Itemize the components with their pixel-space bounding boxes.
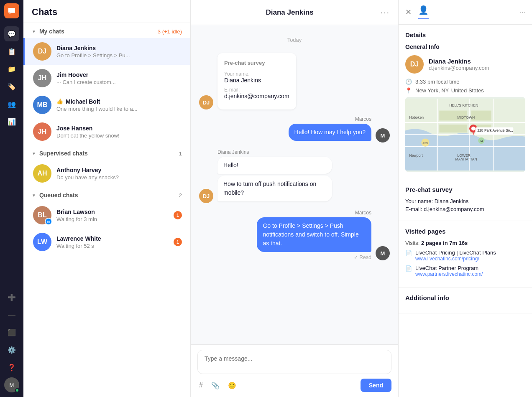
queued-chevron: ▼ [32, 193, 36, 198]
panel-close-button[interactable]: ✕ [405, 8, 412, 17]
svg-point-22 [471, 127, 476, 131]
svg-text:495: 495 [422, 141, 428, 145]
chat-item-brian[interactable]: BL m Brian Lawson Waiting for 3 min 1 [23, 202, 190, 229]
date-divider: Today [199, 37, 390, 43]
page-info-2: LiveChat Partner Program www.partners.li… [415, 265, 483, 277]
chat-more-button[interactable]: ··· [380, 8, 390, 17]
send-button[interactable]: Send [361, 379, 391, 392]
page-url-2[interactable]: www.partners.livechatinc.com/ [415, 271, 483, 277]
nav-tickets[interactable]: 🏷️ [4, 79, 19, 94]
sidebar-content: ▼ My chats 3 (+1 idle) DJ Diana Jenkins … [23, 23, 190, 397]
message-group-outgoing-1: Marcos Hello! How may I help you? [289, 116, 371, 143]
chat-info-diana: Diana Jenkins Go to Profile > Settings >… [56, 45, 182, 59]
online-status-dot [15, 388, 19, 392]
main-chat: Diana Jenkins ··· Today DJ Pre-chat surv… [191, 0, 398, 397]
message-row-incoming-1: DJ Diana Jenkins Hello! How to turn off … [199, 149, 390, 203]
chat-item-anthony[interactable]: AH Anthony Harvey Do you have any snacks… [23, 160, 190, 187]
chat-header: Diana Jenkins ··· [191, 0, 398, 25]
msg-avatar-marcos-1: M [376, 128, 390, 143]
panel-prechat-section: Pre-chat survey Your name: Diana Jenkins… [399, 179, 532, 221]
page-title-1: LiveChat Pricing | LiveChat Plans [415, 249, 496, 256]
right-panel: ✕ 👤 ··· Details General Info DJ Diana Je… [398, 0, 532, 397]
chat-preview-lawrence: Waiting for 52 s [56, 243, 174, 249]
sidebar: Chats ▼ My chats 3 (+1 idle) DJ Diana Je… [23, 0, 191, 397]
detail-location: New York, NY, United States [415, 87, 484, 94]
hashtag-button[interactable]: # [197, 380, 205, 391]
unread-badge-lawrence: 1 [174, 238, 182, 246]
avatar-wrap-diana: DJ [33, 42, 51, 61]
input-toolbar: # 📎 🙂 Send [197, 379, 391, 392]
avatar-jim: JH [33, 69, 51, 87]
page-url-1[interactable]: www.livechatinc.com/pricing/ [415, 256, 496, 262]
sidebar-header: Chats [23, 0, 190, 23]
avatar-diana: DJ [33, 42, 51, 61]
panel-person-button[interactable]: 👤 [418, 5, 429, 19]
nav-settings[interactable]: ⚙️ [4, 342, 19, 357]
avatar-wrap-jim: JH [33, 69, 51, 87]
avatar-wrap-jose: JH [33, 122, 51, 141]
nav-user-avatar[interactable]: M [4, 377, 19, 392]
message-row-prechat: DJ Pre-chat survey Your name: Diana Jenk… [199, 53, 390, 109]
svg-text:LOWER: LOWER [457, 153, 471, 158]
bubble-outgoing-1: Hello! How may I help you? [289, 124, 371, 141]
chat-item-jose[interactable]: JH Jose Hansen Don't eat the yellow snow… [23, 118, 190, 145]
additional-info-title: Additional info [405, 294, 525, 301]
supervised-chats-section-header[interactable]: ▼ Supervised chats 1 [23, 145, 190, 160]
bubble-outgoing-2: Go to Profile > Settings > Push notifica… [257, 217, 371, 252]
detail-local-time: 3:33 pm local time [415, 79, 460, 85]
chat-item-diana[interactable]: DJ Diana Jenkins Go to Profile > Setting… [23, 38, 190, 65]
chat-info-anthony: Anthony Harvey Do you have any snacks? [56, 167, 182, 181]
chat-item-jim[interactable]: JH Jim Hoover ··· Can I create custom... [23, 65, 190, 92]
prechat-survey-name: Your name: Diana Jenkins [405, 198, 525, 204]
svg-text:Newport: Newport [409, 153, 423, 158]
emoji-button[interactable]: 🙂 [226, 380, 238, 391]
panel-header-icons: ✕ 👤 [405, 5, 429, 19]
detail-location-row: 📍 New York, NY, United States [405, 87, 525, 94]
messenger-badge: m [45, 218, 52, 225]
map-placeholder[interactable]: 495 9A Hoboken Newport HELL'S KITCHEN MI… [405, 97, 525, 172]
detail-user-email: d.jenkins@company.com [429, 65, 489, 71]
prechat-name-label: Your name: [224, 71, 289, 77]
panel-visited-section: Visited pages Visits: 2 pages in 7m 16s … [399, 221, 532, 288]
general-info-title: General Info [405, 43, 525, 50]
nav-archives[interactable]: 📁 [4, 61, 19, 76]
chat-name-jim: Jim Hoover [56, 71, 182, 78]
chat-preview-jim: ··· Can I create custom... [56, 79, 182, 85]
prechat-email-label: E-mail: [224, 87, 289, 93]
sender-name-diana-1: Diana Jenkins [217, 149, 332, 155]
chat-info-brian: Brian Lawson Waiting for 3 min [56, 209, 174, 222]
nav-reports[interactable]: 📋 [4, 44, 19, 59]
chat-item-michael[interactable]: MB 👍 Michael Bolt One more thing I would… [23, 92, 190, 118]
prechat-name-value: Diana Jenkins [224, 77, 289, 84]
detail-user-info: Diana Jenkins d.jenkins@company.com [429, 58, 489, 71]
nav-team[interactable]: 👥 [4, 97, 19, 112]
chat-name-brian: Brian Lawson [56, 209, 174, 215]
chat-item-lawrence[interactable]: LW Lawrence White Waiting for 52 s 1 [23, 229, 190, 255]
avatar-wrap-anthony: AH [33, 164, 51, 183]
typing-dots: ··· [56, 79, 61, 85]
clock-icon: 🕐 [405, 79, 412, 85]
queued-chats-section-header[interactable]: ▼ Queued chats 2 [23, 187, 190, 202]
panel-more-button[interactable]: ··· [520, 8, 525, 16]
thumbs-icon: 👍 [56, 98, 63, 104]
message-group-incoming-1: Diana Jenkins Hello! How to turn off pus… [217, 149, 332, 203]
sender-name-marcos-2: Marcos [355, 210, 371, 216]
avatar-lawrence: LW [33, 233, 51, 251]
nav-chats[interactable]: 💬 [4, 26, 19, 41]
nav-help[interactable]: ❓ [4, 360, 19, 375]
svg-text:HELL'S KITCHEN: HELL'S KITCHEN [449, 103, 478, 107]
supervised-label: Supervised chats [39, 150, 88, 157]
message-group-outgoing-2: Marcos Go to Profile > Settings > Push n… [257, 210, 371, 260]
messages-area: Today DJ Pre-chat survey Your name: Dian… [191, 25, 398, 344]
nav-add[interactable]: ➕ [4, 290, 19, 305]
message-input[interactable] [197, 350, 391, 374]
my-chats-count: 3 (+1 idle) [158, 28, 182, 35]
avatar-wrap-michael: MB [33, 96, 51, 114]
detail-user-name: Diana Jenkins [429, 58, 489, 65]
my-chats-label: My chats [39, 28, 64, 35]
app-logo [4, 3, 19, 18]
my-chats-section-header[interactable]: ▼ My chats 3 (+1 idle) [23, 23, 190, 38]
nav-apps[interactable]: ⬛ [4, 325, 19, 340]
nav-analytics[interactable]: 📊 [4, 114, 19, 129]
attachment-button[interactable]: 📎 [210, 380, 221, 391]
